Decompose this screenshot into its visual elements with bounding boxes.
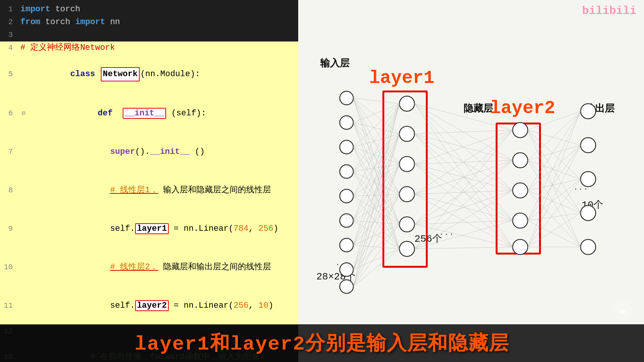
svg-line-120 xyxy=(528,145,581,190)
subtitle-bar: layer1和layer2分别是输入层和隐藏层 xyxy=(0,324,644,362)
svg-line-114 xyxy=(528,111,581,160)
svg-line-129 xyxy=(528,111,581,247)
line-num-7: 7 xyxy=(0,146,19,158)
line-num-1: 1 xyxy=(0,3,19,16)
svg-line-63 xyxy=(353,164,399,245)
svg-point-3 xyxy=(340,165,353,178)
svg-line-62 xyxy=(353,134,399,245)
svg-line-84 xyxy=(414,130,513,134)
line-content-2: from torch import nn xyxy=(19,16,298,29)
svg-line-122 xyxy=(528,190,581,213)
line-content-4: # 定义神经网络Network xyxy=(19,41,298,54)
code-line-3: 3 xyxy=(0,29,298,41)
svg-point-6 xyxy=(340,238,353,252)
svg-line-102 xyxy=(414,221,513,224)
diagram-panel: bilibili 输入层 隐藏层 输出层 layer1 layer2 256个 … xyxy=(298,0,644,362)
svg-line-93 xyxy=(414,164,513,247)
svg-point-2 xyxy=(340,140,353,154)
line-content-6: def __init__ (self): xyxy=(26,94,298,133)
svg-point-10 xyxy=(399,126,414,141)
svg-line-88 xyxy=(414,134,513,247)
svg-point-16 xyxy=(513,153,528,168)
code-line-7: 7 super().__init__ () xyxy=(0,133,298,171)
line-content-9: self.layer1 = nn.Linear(784, 256) xyxy=(19,210,298,248)
svg-line-100 xyxy=(414,160,513,224)
svg-line-117 xyxy=(528,160,581,213)
svg-point-21 xyxy=(581,138,596,153)
code-line-2: 2 from torch import nn xyxy=(0,16,298,29)
svg-line-123 xyxy=(528,190,581,247)
svg-point-20 xyxy=(581,104,596,119)
svg-point-8 xyxy=(340,280,353,293)
svg-line-65 xyxy=(353,224,399,245)
svg-line-78 xyxy=(353,249,399,287)
code-line-8: 8 # 线性层1， 输入层和隐藏层之间的线性层 xyxy=(0,171,298,210)
svg-line-83 xyxy=(414,104,513,247)
code-panel: 1 import torch 2 from torch import nn 3 … xyxy=(0,0,298,362)
subtitle-text: layer1和layer2分别是输入层和隐藏层 xyxy=(135,330,509,356)
svg-line-56 xyxy=(353,134,399,221)
svg-line-57 xyxy=(353,164,399,221)
svg-point-0 xyxy=(340,91,353,105)
connections-input-hidden xyxy=(353,98,399,287)
svg-point-23 xyxy=(581,206,596,221)
svg-point-18 xyxy=(513,213,528,228)
svg-point-19 xyxy=(513,239,528,255)
svg-point-15 xyxy=(513,123,528,138)
svg-line-76 xyxy=(353,194,399,287)
svg-line-69 xyxy=(353,164,399,270)
svg-line-126 xyxy=(528,179,581,221)
svg-point-22 xyxy=(581,172,596,187)
line-num-4: 4 xyxy=(0,41,19,54)
svg-point-5 xyxy=(340,214,353,227)
nn-svg xyxy=(316,49,626,313)
svg-line-71 xyxy=(353,224,399,270)
svg-line-41 xyxy=(353,147,399,224)
svg-point-13 xyxy=(399,217,414,232)
svg-line-109 xyxy=(528,111,581,130)
line-content-8: # 线性层1， 输入层和隐藏层之间的线性层 xyxy=(19,171,298,210)
line-num-10: 10 xyxy=(0,261,19,274)
svg-line-113 xyxy=(528,130,581,247)
connections-hidden-layer2 xyxy=(414,104,513,249)
svg-line-106 xyxy=(414,190,513,249)
svg-point-14 xyxy=(399,241,414,256)
svg-line-132 xyxy=(528,213,581,247)
code-line-4: 4 # 定义神经网络Network xyxy=(0,41,298,54)
svg-line-70 xyxy=(353,194,399,270)
line-num-5: 5 xyxy=(0,68,19,81)
svg-line-74 xyxy=(353,134,399,287)
svg-line-98 xyxy=(414,194,513,247)
svg-line-124 xyxy=(528,111,581,221)
svg-point-11 xyxy=(399,156,414,172)
line-num-2: 2 xyxy=(0,16,19,29)
svg-point-17 xyxy=(513,183,528,198)
svg-point-7 xyxy=(340,263,353,276)
line-num-3: 3 xyxy=(0,29,19,41)
svg-point-1 xyxy=(340,116,353,129)
line-num-9: 9 xyxy=(0,222,19,235)
code-line-1: 1 import torch xyxy=(0,3,298,16)
svg-line-119 xyxy=(528,111,581,190)
svg-point-4 xyxy=(340,189,353,203)
svg-line-116 xyxy=(528,160,581,179)
hidden-layer-nodes xyxy=(399,96,414,256)
svg-line-94 xyxy=(414,130,513,194)
bilibili-logo: bilibili xyxy=(582,5,636,17)
svg-line-130 xyxy=(528,145,581,247)
svg-line-125 xyxy=(528,145,581,221)
play-button[interactable]: ▶ xyxy=(614,302,633,321)
svg-line-77 xyxy=(353,224,399,287)
svg-line-31 xyxy=(353,104,399,123)
output-layer-nodes xyxy=(581,104,596,255)
svg-line-44 xyxy=(353,134,399,172)
code-line-9: 9 self.layer1 = nn.Linear(784, 256) xyxy=(0,210,298,248)
code-line-11: 11 self.layer2 = nn.Linear(256, 10) xyxy=(0,287,298,325)
connections-layer2-output xyxy=(528,111,581,247)
line-content-5: class Network(nn.Module): xyxy=(19,54,298,94)
line-content-10: # 线性层2， 隐藏层和输出层之间的线性层 xyxy=(19,248,298,287)
svg-line-108 xyxy=(414,247,513,249)
main-container: 1 import torch 2 from torch import nn 3 … xyxy=(0,0,644,362)
input-layer-nodes xyxy=(340,91,353,293)
svg-line-131 xyxy=(528,179,581,247)
